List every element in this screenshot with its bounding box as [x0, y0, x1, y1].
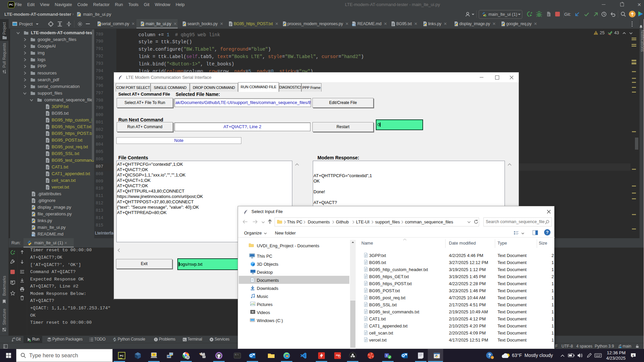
svg-text:T: T [153, 354, 155, 356]
svg-text:C:\: C:\ [235, 354, 239, 356]
svg-text:T: T [386, 354, 388, 357]
svg-text:8: 8 [633, 354, 634, 357]
svg-text:PC: PC [120, 354, 123, 357]
